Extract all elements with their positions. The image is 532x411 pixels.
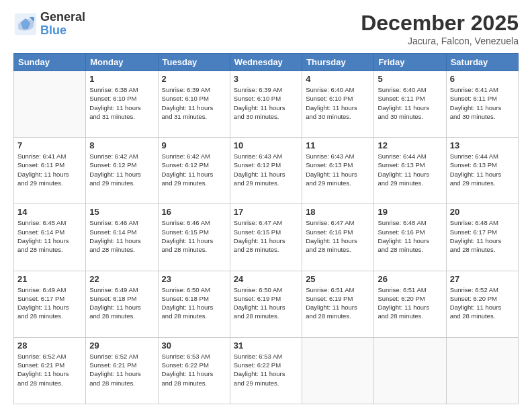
table-row: 21Sunrise: 6:49 AM Sunset: 6:17 PM Dayli… (14, 271, 86, 337)
col-friday: Friday (374, 54, 446, 71)
table-row: 23Sunrise: 6:50 AM Sunset: 6:18 PM Dayli… (158, 271, 230, 337)
day-number: 25 (306, 274, 370, 284)
day-number: 24 (234, 274, 298, 284)
day-number: 4 (306, 74, 370, 84)
table-row: 12Sunrise: 6:44 AM Sunset: 6:13 PM Dayli… (374, 138, 446, 204)
table-row: 11Sunrise: 6:43 AM Sunset: 6:13 PM Dayli… (302, 138, 374, 204)
table-row: 7Sunrise: 6:41 AM Sunset: 6:11 PM Daylig… (14, 138, 86, 204)
day-info: Sunrise: 6:44 AM Sunset: 6:13 PM Dayligh… (378, 152, 442, 187)
day-info: Sunrise: 6:50 AM Sunset: 6:18 PM Dayligh… (162, 285, 226, 321)
day-number: 17 (234, 207, 298, 217)
title-block: December 2025 Jacura, Falcon, Venezuela (361, 11, 519, 46)
day-number: 8 (89, 140, 154, 150)
day-number: 23 (162, 274, 226, 284)
table-row: 10Sunrise: 6:43 AM Sunset: 6:12 PM Dayli… (230, 138, 302, 204)
day-number: 6 (450, 74, 515, 84)
calendar-week-row: 1Sunrise: 6:38 AM Sunset: 6:10 PM Daylig… (14, 71, 519, 138)
table-row (302, 337, 374, 404)
table-row: 24Sunrise: 6:50 AM Sunset: 6:19 PM Dayli… (230, 271, 302, 337)
day-number: 12 (378, 140, 442, 150)
header: General Blue December 2025 Jacura, Falco… (13, 11, 519, 46)
day-number: 13 (450, 140, 515, 150)
table-row: 16Sunrise: 6:46 AM Sunset: 6:15 PM Dayli… (158, 204, 230, 271)
table-row: 30Sunrise: 6:53 AM Sunset: 6:22 PM Dayli… (158, 337, 230, 404)
day-number: 27 (450, 274, 515, 284)
calendar-week-row: 21Sunrise: 6:49 AM Sunset: 6:17 PM Dayli… (14, 271, 519, 337)
table-row (374, 337, 446, 404)
day-number: 21 (17, 274, 82, 284)
day-number: 28 (17, 340, 82, 351)
logo-blue: Blue (40, 24, 85, 38)
table-row: 3Sunrise: 6:39 AM Sunset: 6:10 PM Daylig… (230, 71, 302, 138)
table-row: 28Sunrise: 6:52 AM Sunset: 6:21 PM Dayli… (14, 337, 86, 404)
table-row: 31Sunrise: 6:53 AM Sunset: 6:22 PM Dayli… (230, 337, 302, 404)
day-info: Sunrise: 6:40 AM Sunset: 6:11 PM Dayligh… (378, 85, 442, 121)
table-row (14, 71, 86, 138)
day-number: 3 (234, 74, 298, 84)
logo-general: General (40, 11, 85, 24)
logo-icon (13, 12, 38, 36)
day-number: 9 (162, 140, 226, 150)
day-info: Sunrise: 6:52 AM Sunset: 6:21 PM Dayligh… (89, 352, 154, 387)
logo: General Blue (13, 11, 85, 38)
calendar-week-row: 7Sunrise: 6:41 AM Sunset: 6:11 PM Daylig… (14, 138, 519, 204)
table-row: 25Sunrise: 6:51 AM Sunset: 6:19 PM Dayli… (302, 271, 374, 337)
day-info: Sunrise: 6:41 AM Sunset: 6:11 PM Dayligh… (17, 152, 82, 187)
day-number: 31 (234, 340, 298, 351)
day-number: 14 (17, 207, 82, 217)
calendar-table: Sunday Monday Tuesday Wednesday Thursday… (13, 53, 519, 404)
day-info: Sunrise: 6:42 AM Sunset: 6:12 PM Dayligh… (162, 152, 226, 187)
day-number: 29 (89, 340, 154, 351)
day-info: Sunrise: 6:52 AM Sunset: 6:20 PM Dayligh… (450, 285, 515, 321)
table-row: 18Sunrise: 6:47 AM Sunset: 6:16 PM Dayli… (302, 204, 374, 271)
table-row: 9Sunrise: 6:42 AM Sunset: 6:12 PM Daylig… (158, 138, 230, 204)
day-number: 22 (89, 274, 154, 284)
page: General Blue December 2025 Jacura, Falco… (0, 0, 532, 411)
table-row: 20Sunrise: 6:48 AM Sunset: 6:17 PM Dayli… (446, 204, 518, 271)
table-row: 14Sunrise: 6:45 AM Sunset: 6:14 PM Dayli… (14, 204, 86, 271)
day-info: Sunrise: 6:45 AM Sunset: 6:14 PM Dayligh… (17, 218, 82, 254)
table-row: 6Sunrise: 6:41 AM Sunset: 6:11 PM Daylig… (446, 71, 518, 138)
day-number: 1 (89, 74, 154, 84)
day-info: Sunrise: 6:53 AM Sunset: 6:22 PM Dayligh… (162, 352, 226, 387)
day-number: 16 (162, 207, 226, 217)
table-row: 17Sunrise: 6:47 AM Sunset: 6:15 PM Dayli… (230, 204, 302, 271)
day-info: Sunrise: 6:48 AM Sunset: 6:17 PM Dayligh… (450, 218, 515, 254)
day-info: Sunrise: 6:43 AM Sunset: 6:12 PM Dayligh… (234, 152, 298, 187)
table-row: 13Sunrise: 6:44 AM Sunset: 6:13 PM Dayli… (446, 138, 518, 204)
day-info: Sunrise: 6:40 AM Sunset: 6:10 PM Dayligh… (306, 85, 370, 121)
table-row (446, 337, 518, 404)
col-sunday: Sunday (14, 54, 86, 71)
day-number: 7 (17, 140, 82, 150)
day-info: Sunrise: 6:39 AM Sunset: 6:10 PM Dayligh… (234, 85, 298, 121)
day-number: 2 (162, 74, 226, 84)
day-info: Sunrise: 6:52 AM Sunset: 6:21 PM Dayligh… (17, 352, 82, 387)
day-number: 20 (450, 207, 515, 217)
month-title: December 2025 (361, 11, 519, 36)
day-info: Sunrise: 6:41 AM Sunset: 6:11 PM Dayligh… (450, 85, 515, 121)
table-row: 22Sunrise: 6:49 AM Sunset: 6:18 PM Dayli… (86, 271, 158, 337)
day-info: Sunrise: 6:38 AM Sunset: 6:10 PM Dayligh… (89, 85, 154, 121)
day-info: Sunrise: 6:44 AM Sunset: 6:13 PM Dayligh… (450, 152, 515, 187)
day-number: 30 (162, 340, 226, 351)
col-tuesday: Tuesday (158, 54, 230, 71)
table-row: 8Sunrise: 6:42 AM Sunset: 6:12 PM Daylig… (86, 138, 158, 204)
table-row: 29Sunrise: 6:52 AM Sunset: 6:21 PM Dayli… (86, 337, 158, 404)
table-row: 5Sunrise: 6:40 AM Sunset: 6:11 PM Daylig… (374, 71, 446, 138)
day-info: Sunrise: 6:42 AM Sunset: 6:12 PM Dayligh… (89, 152, 154, 187)
header-row: Sunday Monday Tuesday Wednesday Thursday… (14, 54, 519, 71)
logo-text: General Blue (40, 11, 85, 38)
table-row: 2Sunrise: 6:39 AM Sunset: 6:10 PM Daylig… (158, 71, 230, 138)
day-info: Sunrise: 6:50 AM Sunset: 6:19 PM Dayligh… (234, 285, 298, 321)
day-info: Sunrise: 6:39 AM Sunset: 6:10 PM Dayligh… (162, 85, 226, 121)
day-number: 10 (234, 140, 298, 150)
table-row: 4Sunrise: 6:40 AM Sunset: 6:10 PM Daylig… (302, 71, 374, 138)
table-row: 19Sunrise: 6:48 AM Sunset: 6:16 PM Dayli… (374, 204, 446, 271)
day-info: Sunrise: 6:46 AM Sunset: 6:15 PM Dayligh… (162, 218, 226, 254)
day-info: Sunrise: 6:49 AM Sunset: 6:18 PM Dayligh… (89, 285, 154, 321)
col-monday: Monday (86, 54, 158, 71)
day-info: Sunrise: 6:43 AM Sunset: 6:13 PM Dayligh… (306, 152, 370, 187)
day-info: Sunrise: 6:47 AM Sunset: 6:16 PM Dayligh… (306, 218, 370, 254)
col-wednesday: Wednesday (230, 54, 302, 71)
day-info: Sunrise: 6:49 AM Sunset: 6:17 PM Dayligh… (17, 285, 82, 321)
